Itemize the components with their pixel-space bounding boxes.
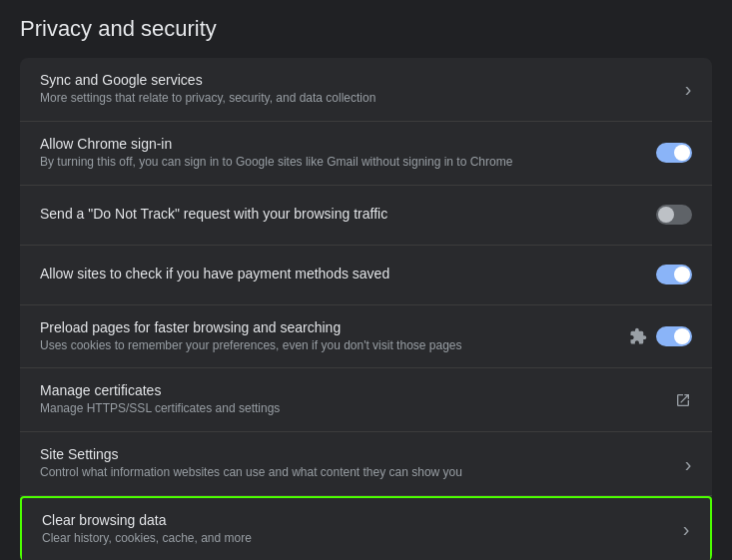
item-text-sync: Sync and Google services More settings t… [40,72,668,107]
item-title-site-settings: Site Settings [40,446,668,462]
item-control-certificates [674,391,692,409]
item-title-certificates: Manage certificates [40,382,658,398]
item-text-dnt: Send a "Do Not Track" request with your … [40,206,640,224]
toggle-chrome-signin[interactable] [656,143,692,163]
page-title: Privacy and security [20,16,712,42]
item-control-clear-data [682,522,690,536]
item-title-clear-data: Clear browsing data [42,512,666,528]
item-desc-chrome-signin: By turning this off, you can sign in to … [40,154,640,171]
toggle-dnt[interactable] [656,205,692,225]
toggle-preload[interactable] [656,326,692,346]
item-control-chrome-signin [656,143,692,163]
item-text-preload: Preload pages for faster browsing and se… [40,319,612,354]
external-link-icon [674,391,692,409]
item-desc-clear-data: Clear history, cookies, cache, and more [42,530,666,547]
settings-item-certificates[interactable]: Manage certificates Manage HTTPS/SSL cer… [20,368,712,432]
settings-list: Sync and Google services More settings t… [20,58,712,560]
item-control-payment [656,265,692,284]
item-title-sync: Sync and Google services [40,72,668,88]
item-text-chrome-signin: Allow Chrome sign-in By turning this off… [40,136,640,171]
item-title-payment: Allow sites to check if you have payment… [40,266,640,281]
item-title-chrome-signin: Allow Chrome sign-in [40,136,640,152]
item-text-certificates: Manage certificates Manage HTTPS/SSL cer… [40,382,658,417]
settings-item-site-settings[interactable]: Site Settings Control what information w… [20,432,712,496]
settings-item-preload[interactable]: Preload pages for faster browsing and se… [20,305,712,369]
item-text-clear-data: Clear browsing data Clear history, cooki… [42,512,666,547]
toggle-payment[interactable] [656,265,692,284]
chevron-right-icon-site [684,457,692,471]
chevron-right-icon-clear [682,522,690,536]
item-desc-site-settings: Control what information websites can us… [40,464,668,481]
item-control-site-settings [684,457,692,471]
item-control-sync [684,82,692,96]
item-control-dnt [656,205,692,225]
settings-item-dnt[interactable]: Send a "Do Not Track" request with your … [20,186,712,246]
item-text-site-settings: Site Settings Control what information w… [40,446,668,481]
puzzle-icon [628,326,648,346]
settings-item-clear-data[interactable]: Clear browsing data Clear history, cooki… [20,496,712,560]
item-text-payment: Allow sites to check if you have payment… [40,266,640,283]
settings-page: Privacy and security Sync and Google ser… [0,0,732,560]
item-title-preload: Preload pages for faster browsing and se… [40,319,612,335]
chevron-right-icon [684,82,692,96]
settings-item-payment[interactable]: Allow sites to check if you have payment… [20,246,712,305]
item-control-preload [628,326,692,346]
settings-item-chrome-signin[interactable]: Allow Chrome sign-in By turning this off… [20,122,712,186]
item-desc-sync: More settings that relate to privacy, se… [40,90,668,107]
item-desc-certificates: Manage HTTPS/SSL certificates and settin… [40,400,658,417]
item-desc-preload: Uses cookies to remember your preference… [40,337,612,354]
item-title-dnt: Send a "Do Not Track" request with your … [40,206,640,222]
settings-item-sync[interactable]: Sync and Google services More settings t… [20,58,712,122]
